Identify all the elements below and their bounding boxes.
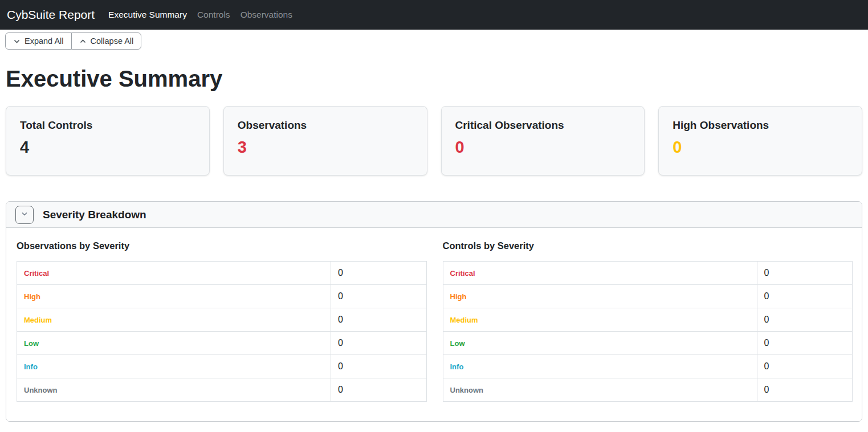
observations-severity-table: Critical 0 High 0 Medium 0 Low 0: [17, 261, 427, 402]
severity-value: 0: [331, 332, 426, 355]
table-row: Low 0: [17, 332, 427, 355]
section-title: Severity Breakdown: [43, 209, 146, 221]
severity-value: 0: [331, 308, 426, 332]
severity-label: Unknown: [443, 378, 757, 402]
severity-label: Low: [443, 332, 757, 355]
table-row: Unknown 0: [17, 378, 427, 402]
card-critical-observations: Critical Observations 0: [441, 106, 645, 176]
card-title: Observations: [238, 119, 413, 132]
severity-value: 0: [757, 355, 852, 378]
severity-label: Medium: [17, 308, 331, 332]
card-title: Critical Observations: [455, 119, 631, 132]
table-row: High 0: [443, 285, 853, 308]
card-value: 4: [20, 138, 195, 157]
nav-link-controls[interactable]: Controls: [197, 10, 230, 20]
severity-value: 0: [331, 262, 426, 285]
table-row: High 0: [17, 285, 427, 308]
severity-value: 0: [331, 285, 426, 308]
severity-label: Critical: [17, 262, 331, 285]
card-high-observations: High Observations 0: [658, 106, 862, 176]
card-total-controls: Total Controls 4: [6, 106, 210, 176]
expand-collapse-button-group: Expand All Collapse All: [5, 32, 141, 50]
card-value: 3: [238, 138, 413, 157]
severity-breakdown-body: Observations by Severity Critical 0 High…: [6, 228, 862, 421]
observations-by-severity-panel: Observations by Severity Critical 0 High…: [17, 241, 427, 402]
card-value: 0: [673, 138, 848, 157]
severity-label: Unknown: [17, 378, 331, 402]
page-title: Executive Summary: [6, 66, 868, 92]
collapse-all-button[interactable]: Collapse All: [71, 32, 142, 50]
card-value: 0: [455, 138, 631, 157]
nav-link-executive-summary[interactable]: Executive Summary: [108, 10, 187, 20]
severity-label: High: [443, 285, 757, 308]
expand-all-label: Expand All: [25, 36, 64, 46]
navbar-nav: Executive Summary Controls Observations: [108, 10, 292, 20]
table-row: Medium 0: [17, 308, 427, 332]
severity-value: 0: [757, 332, 852, 355]
table-row: Low 0: [443, 332, 853, 355]
controls-by-severity-panel: Controls by Severity Critical 0 High 0 M…: [443, 241, 853, 402]
controls-table-title: Controls by Severity: [443, 241, 853, 251]
card-title: High Observations: [673, 119, 848, 132]
severity-label: High: [17, 285, 331, 308]
severity-value: 0: [757, 285, 852, 308]
severity-breakdown-section: Severity Breakdown Observations by Sever…: [6, 201, 862, 422]
card-title: Total Controls: [20, 119, 195, 132]
nav-link-observations[interactable]: Observations: [241, 10, 292, 20]
severity-value: 0: [331, 378, 426, 402]
severity-label: Info: [443, 355, 757, 378]
table-row: Info 0: [17, 355, 427, 378]
severity-value: 0: [757, 378, 852, 402]
chevron-up-icon: [79, 38, 87, 45]
controls-severity-table: Critical 0 High 0 Medium 0 Low 0: [443, 261, 853, 402]
observations-table-title: Observations by Severity: [17, 241, 427, 251]
section-collapse-toggle-button[interactable]: [15, 206, 34, 224]
table-row: Info 0: [443, 355, 853, 378]
table-row: Medium 0: [443, 308, 853, 332]
expand-all-button[interactable]: Expand All: [5, 32, 72, 50]
severity-label: Medium: [443, 308, 757, 332]
severity-value: 0: [757, 308, 852, 332]
severity-label: Low: [17, 332, 331, 355]
summary-cards: Total Controls 4 Observations 3 Critical…: [6, 106, 862, 176]
severity-label: Info: [17, 355, 331, 378]
severity-value: 0: [757, 262, 852, 285]
table-row: Unknown 0: [443, 378, 853, 402]
card-observations: Observations 3: [223, 106, 427, 176]
chevron-down-icon: [21, 210, 28, 219]
chevron-down-icon: [13, 38, 21, 45]
expand-collapse-toolbar: Expand All Collapse All: [5, 32, 868, 50]
collapse-all-label: Collapse All: [91, 36, 134, 46]
table-row: Critical 0: [17, 262, 427, 285]
severity-value: 0: [331, 355, 426, 378]
severity-label: Critical: [443, 262, 757, 285]
table-row: Critical 0: [443, 262, 853, 285]
severity-breakdown-header: Severity Breakdown: [6, 202, 862, 228]
navbar-brand[interactable]: CybSuite Report: [7, 8, 95, 22]
navbar: CybSuite Report Executive Summary Contro…: [0, 0, 868, 30]
